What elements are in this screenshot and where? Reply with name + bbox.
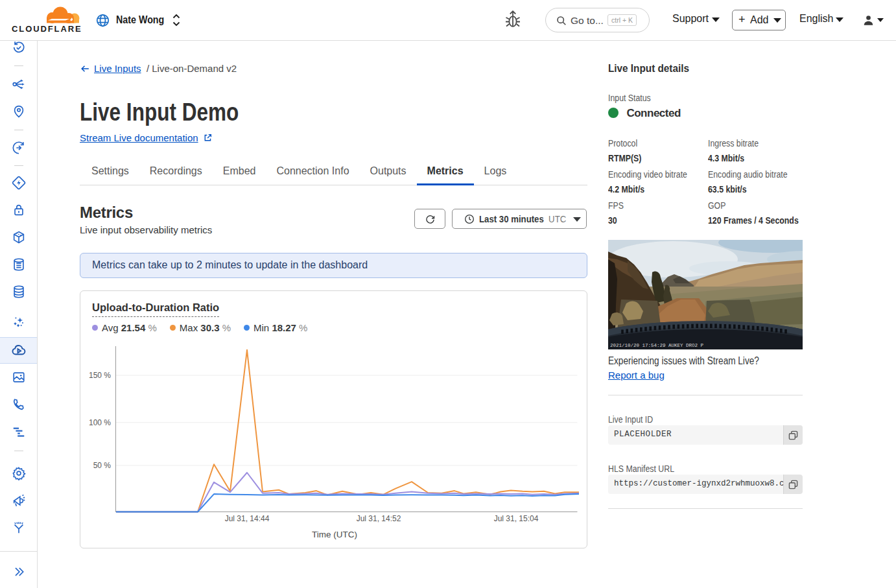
svg-text:Jul 31, 14:44: Jul 31, 14:44 — [225, 514, 270, 523]
svg-text:150 %: 150 % — [89, 371, 111, 380]
svg-text:2021/10/20 17:54:29 AUKEY DRO2: 2021/10/20 17:54:29 AUKEY DRO2 P — [610, 343, 704, 348]
svg-text:Time (UTC): Time (UTC) — [312, 530, 357, 539]
svg-text:Jul 31, 14:52: Jul 31, 14:52 — [357, 514, 401, 523]
svg-text:100 %: 100 % — [89, 418, 111, 427]
svg-text:Jul 31, 15:04: Jul 31, 15:04 — [494, 514, 539, 523]
svg-text:50 %: 50 % — [93, 461, 112, 470]
